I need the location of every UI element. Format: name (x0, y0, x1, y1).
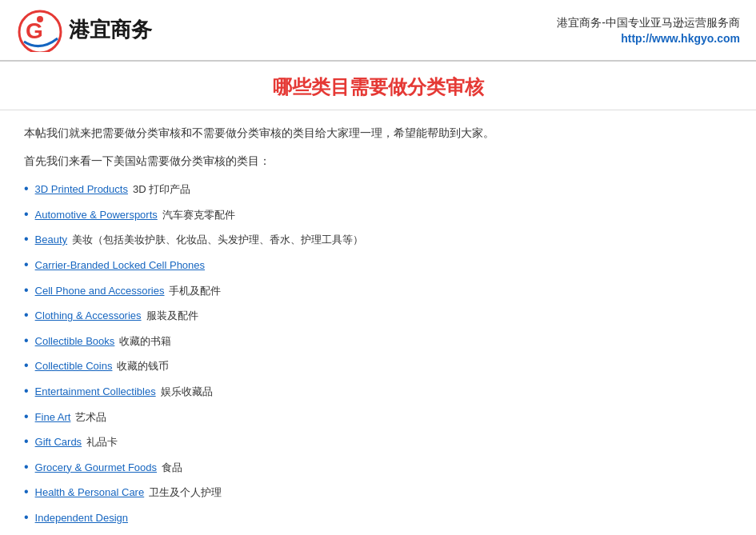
category-link[interactable]: Grocery & Gourmet Foods (35, 460, 157, 477)
category-desc: 艺术品 (75, 409, 106, 426)
category-desc: 娱乐收藏品 (161, 384, 213, 401)
svg-point-2 (37, 16, 43, 22)
list-item: Automotive & Powersports 汽车赛克零配件 (24, 204, 732, 225)
content: 本帖我们就来把需要做分类审核和不需要做分类审核的类目给大家理一理，希望能帮助到大… (0, 110, 756, 535)
list-item: Collectible Books 收藏的书籍 (24, 330, 732, 351)
category-link[interactable]: Health & Personal Care (35, 485, 145, 501)
list-item: Clothing & Accessories 服装及配件 (24, 305, 732, 325)
list-item: Collectible Coins 收藏的钱币 (24, 355, 732, 376)
section-title: 首先我们来看一下美国站需要做分类审核的类目： (24, 154, 732, 169)
category-desc: 服装及配件 (146, 308, 198, 325)
list-item: Carrier-Branded Locked Cell Phones (24, 254, 732, 275)
category-desc: 礼品卡 (86, 434, 118, 451)
category-link[interactable]: Collectible Coins (35, 358, 113, 375)
list-item: Grocery & Gourmet Foods 食品 (24, 457, 732, 477)
category-list: 3D Printed Products 3D 打印产品Automotive & … (24, 178, 732, 535)
intro-text: 本帖我们就来把需要做分类审核和不需要做分类审核的类目给大家理一理，希望能帮助到大… (24, 123, 732, 143)
category-link[interactable]: Entertainment Collectibles (35, 384, 156, 401)
category-desc: 手机及配件 (169, 283, 221, 300)
category-link[interactable]: Beauty (35, 232, 67, 249)
header: G 港宜商务 港宜商务-中国专业亚马逊运营服务商 http://www.hkgy… (0, 0, 756, 62)
list-item: Independent Design (24, 507, 732, 528)
list-item: Gift Cards 礼品卡 (24, 431, 732, 452)
category-link[interactable]: Independent Design (35, 510, 128, 527)
header-tagline: 港宜商务-中国专业亚马逊运营服务商 (557, 16, 740, 30)
category-desc: 收藏的钱币 (117, 358, 169, 375)
header-right: 港宜商务-中国专业亚马逊运营服务商 http://www.hkgyo.com (557, 16, 740, 45)
category-link[interactable]: Collectible Books (35, 333, 115, 350)
list-item: Industrial & Scientific 工业化工（电子元器件、二极管） (24, 533, 732, 536)
list-item: Entertainment Collectibles 娱乐收藏品 (24, 381, 732, 401)
category-link[interactable]: Fine Art (35, 409, 71, 426)
category-desc: 美妆（包括美妆护肤、化妆品、头发护理、香水、护理工具等） (72, 232, 363, 249)
logo-text: 港宜商务 (69, 16, 152, 44)
list-item: 3D Printed Products 3D 打印产品 (24, 178, 732, 199)
page-title: 哪些类目需要做分类审核 (0, 62, 756, 110)
category-link[interactable]: Clothing & Accessories (35, 308, 142, 325)
category-desc: 卫生及个人护理 (149, 485, 222, 501)
category-link[interactable]: Cell Phone and Accessories (35, 283, 165, 300)
category-link[interactable]: Automotive & Powersports (35, 207, 158, 224)
category-desc: 收藏的书籍 (119, 333, 171, 350)
logo-area: G 港宜商务 (16, 8, 152, 52)
list-item: Health & Personal Care 卫生及个人护理 (24, 481, 732, 502)
list-item: Beauty 美妆（包括美妆护肤、化妆品、头发护理、香水、护理工具等） (24, 229, 732, 250)
logo-icon: G (16, 8, 64, 52)
category-link[interactable]: Gift Cards (35, 434, 82, 451)
category-desc: 3D 打印产品 (133, 182, 190, 198)
category-desc: 食品 (162, 460, 182, 477)
list-item: Cell Phone and Accessories 手机及配件 (24, 280, 732, 301)
list-item: Fine Art 艺术品 (24, 406, 732, 427)
category-desc: 汽车赛克零配件 (162, 207, 235, 224)
category-link[interactable]: 3D Printed Products (35, 182, 128, 198)
category-link[interactable]: Carrier-Branded Locked Cell Phones (35, 258, 205, 274)
header-url[interactable]: http://www.hkgyo.com (621, 32, 740, 45)
